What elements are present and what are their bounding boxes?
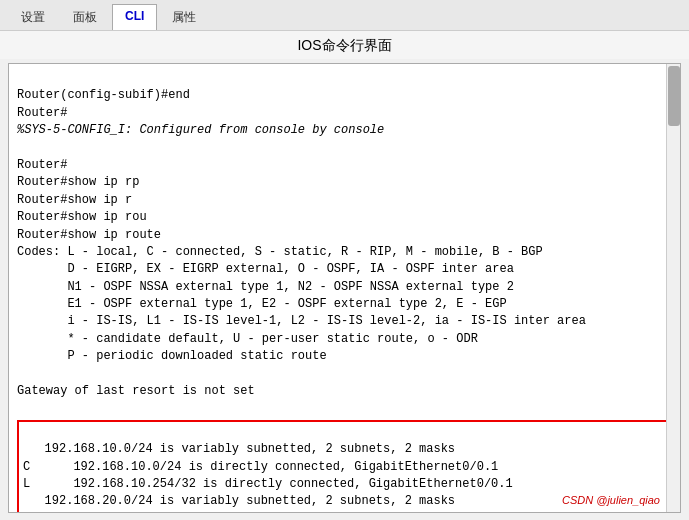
line-12: E1 - OSPF external type 1, E2 - OSPF ext… xyxy=(17,297,507,311)
line-5: Router#show ip rp xyxy=(17,175,139,189)
tab-bar: 设置 面板 CLI 属性 xyxy=(0,0,689,31)
route-line-2: C 192.168.10.0/24 is directly connected,… xyxy=(23,460,498,474)
line-2: Router# xyxy=(17,106,67,120)
route-line-1: 192.168.10.0/24 is variably subnetted, 2… xyxy=(23,442,455,456)
scrollbar-thumb[interactable] xyxy=(668,66,680,126)
tab-panel[interactable]: 面板 xyxy=(60,4,110,30)
scrollbar[interactable] xyxy=(666,64,680,512)
tab-settings[interactable]: 设置 xyxy=(8,4,58,30)
line-16: Gateway of last resort is not set xyxy=(17,384,255,398)
line-8: Router#show ip route xyxy=(17,228,161,242)
tab-properties[interactable]: 属性 xyxy=(159,4,209,30)
line-15: P - periodic downloaded static route xyxy=(17,349,327,363)
line-1: Router(config-subif)#end xyxy=(17,88,190,102)
line-10: D - EIGRP, EX - EIGRP external, O - OSPF… xyxy=(17,262,514,276)
route-line-4: 192.168.20.0/24 is variably subnetted, 2… xyxy=(23,494,455,508)
route-line-3: L 192.168.10.254/32 is directly connecte… xyxy=(23,477,513,491)
tab-cli[interactable]: CLI xyxy=(112,4,157,30)
line-7: Router#show ip rou xyxy=(17,210,147,224)
line-3: %SYS-5-CONFIG_I: Configured from console… xyxy=(17,123,384,137)
line-14: * - candidate default, U - per-user stat… xyxy=(17,332,478,346)
terminal-content[interactable]: Router(config-subif)#end Router# %SYS-5-… xyxy=(9,64,680,512)
line-9: Codes: L - local, C - connected, S - sta… xyxy=(17,245,543,259)
watermark: CSDN @julien_qiao xyxy=(562,494,660,506)
line-13: i - IS-IS, L1 - IS-IS level-1, L2 - IS-I… xyxy=(17,314,586,328)
line-11: N1 - OSPF NSSA external type 1, N2 - OSP… xyxy=(17,280,514,294)
panel-title: IOS命令行界面 xyxy=(0,31,689,59)
line-4: Router# xyxy=(17,158,67,172)
terminal-window: Router(config-subif)#end Router# %SYS-5-… xyxy=(8,63,681,513)
line-6: Router#show ip r xyxy=(17,193,132,207)
